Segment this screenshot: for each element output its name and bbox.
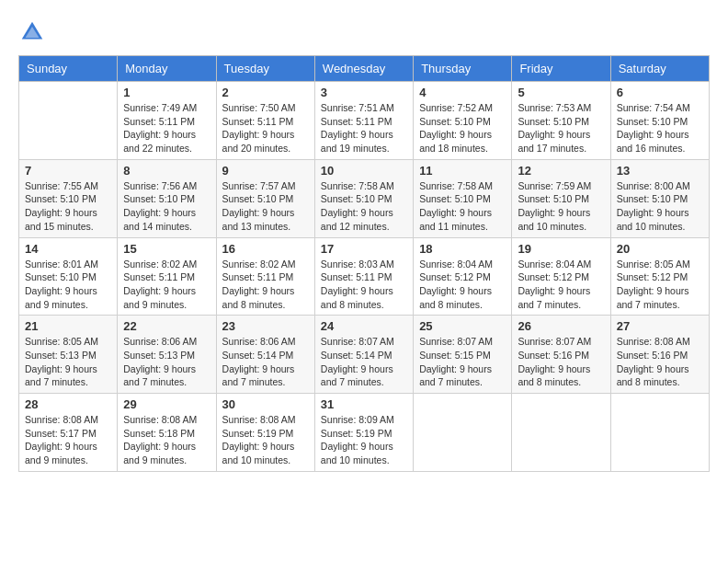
day-number: 10 (321, 164, 407, 178)
day-info: Sunrise: 8:01 AMSunset: 5:10 PMDaylight:… (25, 258, 111, 312)
calendar-cell: 2Sunrise: 7:50 AMSunset: 5:11 PMDaylight… (216, 82, 314, 160)
calendar-cell: 30Sunrise: 8:08 AMSunset: 5:19 PMDayligh… (216, 394, 314, 472)
calendar-week-row: 21Sunrise: 8:05 AMSunset: 5:13 PMDayligh… (19, 316, 710, 394)
day-number: 5 (518, 86, 604, 99)
day-info: Sunrise: 7:58 AMSunset: 5:10 PMDaylight:… (321, 179, 407, 234)
calendar-cell: 19Sunrise: 8:04 AMSunset: 5:12 PMDayligh… (512, 237, 610, 316)
day-info: Sunrise: 7:54 AMSunset: 5:10 PMDaylight:… (617, 101, 703, 155)
day-info: Sunrise: 8:07 AMSunset: 5:15 PMDaylight:… (419, 335, 506, 389)
logo-icon (18, 18, 46, 46)
calendar-cell: 5Sunrise: 7:53 AMSunset: 5:10 PMDaylight… (512, 82, 610, 160)
calendar-cell (512, 394, 610, 472)
day-number: 21 (25, 319, 111, 333)
header (18, 18, 710, 46)
day-number: 19 (518, 242, 604, 256)
day-info: Sunrise: 7:56 AMSunset: 5:10 PMDaylight:… (123, 179, 210, 234)
day-number: 14 (25, 242, 111, 256)
calendar-cell: 9Sunrise: 7:57 AMSunset: 5:10 PMDaylight… (216, 159, 314, 237)
day-number: 27 (617, 319, 703, 333)
calendar-week-row: 7Sunrise: 7:55 AMSunset: 5:10 PMDaylight… (19, 159, 710, 237)
day-number: 23 (222, 319, 309, 333)
calendar-cell: 13Sunrise: 8:00 AMSunset: 5:10 PMDayligh… (610, 159, 709, 237)
calendar-cell: 18Sunrise: 8:04 AMSunset: 5:12 PMDayligh… (414, 237, 512, 316)
calendar-header-row: SundayMondayTuesdayWednesdayThursdayFrid… (19, 56, 710, 82)
day-number: 6 (617, 86, 703, 99)
day-number: 1 (123, 86, 210, 99)
day-number: 15 (123, 242, 210, 256)
day-number: 16 (222, 242, 309, 256)
day-number: 28 (25, 397, 111, 411)
calendar-cell: 14Sunrise: 8:01 AMSunset: 5:10 PMDayligh… (19, 237, 118, 316)
calendar-cell: 22Sunrise: 8:06 AMSunset: 5:13 PMDayligh… (118, 316, 216, 394)
day-info: Sunrise: 7:53 AMSunset: 5:10 PMDaylight:… (518, 101, 604, 155)
day-number: 20 (617, 242, 703, 256)
day-number: 11 (419, 164, 506, 178)
day-info: Sunrise: 8:06 AMSunset: 5:13 PMDaylight:… (123, 335, 210, 389)
day-info: Sunrise: 8:00 AMSunset: 5:10 PMDaylight:… (617, 179, 703, 234)
day-header-tuesday: Tuesday (216, 56, 314, 82)
calendar-cell: 16Sunrise: 8:02 AMSunset: 5:11 PMDayligh… (216, 237, 314, 316)
day-number: 3 (321, 86, 407, 99)
calendar-cell: 29Sunrise: 8:08 AMSunset: 5:18 PMDayligh… (118, 394, 216, 472)
calendar-cell: 21Sunrise: 8:05 AMSunset: 5:13 PMDayligh… (19, 316, 118, 394)
day-info: Sunrise: 7:49 AMSunset: 5:11 PMDaylight:… (123, 101, 210, 155)
day-info: Sunrise: 7:59 AMSunset: 5:10 PMDaylight:… (518, 179, 604, 234)
day-number: 8 (123, 164, 210, 178)
day-info: Sunrise: 7:51 AMSunset: 5:11 PMDaylight:… (321, 101, 407, 155)
calendar-week-row: 1Sunrise: 7:49 AMSunset: 5:11 PMDaylight… (19, 82, 710, 160)
calendar-cell: 7Sunrise: 7:55 AMSunset: 5:10 PMDaylight… (19, 159, 118, 237)
calendar-cell: 1Sunrise: 7:49 AMSunset: 5:11 PMDaylight… (118, 82, 216, 160)
calendar-week-row: 14Sunrise: 8:01 AMSunset: 5:10 PMDayligh… (19, 237, 710, 316)
logo (18, 18, 50, 46)
day-info: Sunrise: 8:08 AMSunset: 5:18 PMDaylight:… (123, 413, 210, 467)
day-info: Sunrise: 8:05 AMSunset: 5:13 PMDaylight:… (25, 335, 111, 389)
calendar-cell: 28Sunrise: 8:08 AMSunset: 5:17 PMDayligh… (19, 394, 118, 472)
day-number: 2 (222, 86, 309, 99)
calendar-cell: 6Sunrise: 7:54 AMSunset: 5:10 PMDaylight… (610, 82, 709, 160)
day-number: 17 (321, 242, 407, 256)
calendar-cell (610, 394, 709, 472)
day-number: 24 (321, 319, 407, 333)
day-number: 9 (222, 164, 309, 178)
calendar-cell: 8Sunrise: 7:56 AMSunset: 5:10 PMDaylight… (118, 159, 216, 237)
day-info: Sunrise: 7:50 AMSunset: 5:11 PMDaylight:… (222, 101, 309, 155)
day-info: Sunrise: 8:08 AMSunset: 5:19 PMDaylight:… (222, 413, 309, 467)
day-info: Sunrise: 8:09 AMSunset: 5:19 PMDaylight:… (321, 413, 407, 467)
day-number: 29 (123, 397, 210, 411)
day-info: Sunrise: 8:05 AMSunset: 5:12 PMDaylight:… (617, 258, 703, 312)
day-info: Sunrise: 7:52 AMSunset: 5:10 PMDaylight:… (419, 101, 506, 155)
calendar-cell (414, 394, 512, 472)
calendar-cell: 23Sunrise: 8:06 AMSunset: 5:14 PMDayligh… (216, 316, 314, 394)
calendar-cell: 17Sunrise: 8:03 AMSunset: 5:11 PMDayligh… (314, 237, 413, 316)
calendar-body: 1Sunrise: 7:49 AMSunset: 5:11 PMDaylight… (19, 82, 710, 472)
day-info: Sunrise: 8:02 AMSunset: 5:11 PMDaylight:… (222, 258, 309, 312)
day-info: Sunrise: 8:08 AMSunset: 5:17 PMDaylight:… (25, 413, 111, 467)
calendar-cell: 3Sunrise: 7:51 AMSunset: 5:11 PMDaylight… (314, 82, 413, 160)
calendar-week-row: 28Sunrise: 8:08 AMSunset: 5:17 PMDayligh… (19, 394, 710, 472)
calendar-cell: 10Sunrise: 7:58 AMSunset: 5:10 PMDayligh… (314, 159, 413, 237)
day-header-monday: Monday (118, 56, 216, 82)
day-number: 30 (222, 397, 309, 411)
day-info: Sunrise: 8:06 AMSunset: 5:14 PMDaylight:… (222, 335, 309, 389)
day-info: Sunrise: 7:57 AMSunset: 5:10 PMDaylight:… (222, 179, 309, 234)
day-info: Sunrise: 8:08 AMSunset: 5:16 PMDaylight:… (617, 335, 703, 389)
day-info: Sunrise: 8:07 AMSunset: 5:16 PMDaylight:… (518, 335, 604, 389)
calendar-cell: 26Sunrise: 8:07 AMSunset: 5:16 PMDayligh… (512, 316, 610, 394)
day-header-wednesday: Wednesday (314, 56, 413, 82)
day-number: 26 (518, 319, 604, 333)
calendar-cell: 25Sunrise: 8:07 AMSunset: 5:15 PMDayligh… (414, 316, 512, 394)
day-number: 12 (518, 164, 604, 178)
day-info: Sunrise: 8:02 AMSunset: 5:11 PMDaylight:… (123, 258, 210, 312)
day-info: Sunrise: 7:58 AMSunset: 5:10 PMDaylight:… (419, 179, 506, 234)
day-info: Sunrise: 8:04 AMSunset: 5:12 PMDaylight:… (419, 258, 506, 312)
calendar-cell: 31Sunrise: 8:09 AMSunset: 5:19 PMDayligh… (314, 394, 413, 472)
day-info: Sunrise: 8:07 AMSunset: 5:14 PMDaylight:… (321, 335, 407, 389)
calendar-cell (19, 82, 118, 160)
calendar-cell: 15Sunrise: 8:02 AMSunset: 5:11 PMDayligh… (118, 237, 216, 316)
calendar-cell: 27Sunrise: 8:08 AMSunset: 5:16 PMDayligh… (610, 316, 709, 394)
day-info: Sunrise: 8:03 AMSunset: 5:11 PMDaylight:… (321, 258, 407, 312)
day-header-sunday: Sunday (19, 56, 118, 82)
day-number: 4 (419, 86, 506, 99)
day-header-saturday: Saturday (610, 56, 709, 82)
day-info: Sunrise: 7:55 AMSunset: 5:10 PMDaylight:… (25, 179, 111, 234)
